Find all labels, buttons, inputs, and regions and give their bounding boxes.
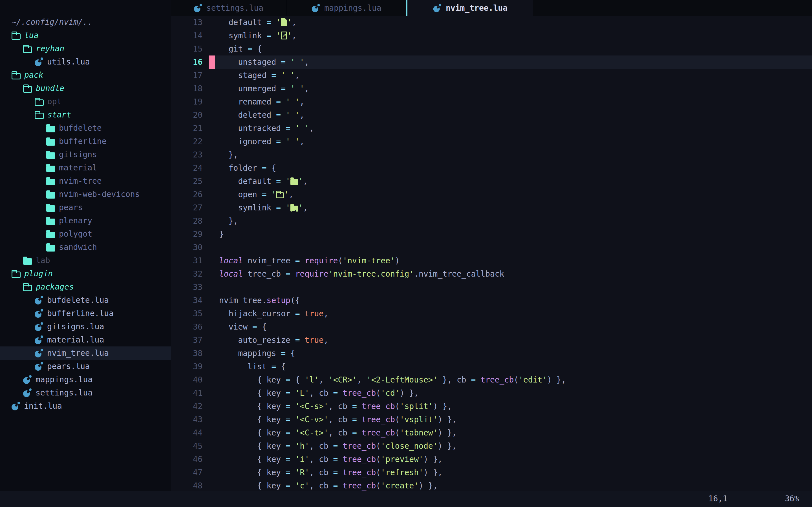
folder-icon [46, 192, 55, 199]
code-token: = [295, 309, 305, 318]
blank-icon [295, 63, 300, 66]
code-token: git [219, 44, 248, 54]
tree-item-plenary[interactable]: plenary [0, 214, 171, 227]
code-line[interactable]: 17 staged = '', [171, 69, 812, 82]
code-line[interactable]: 19 renamed = '', [171, 95, 812, 108]
code-token: 'vsplit' [400, 415, 438, 424]
code-line[interactable]: 38 mappings = { [171, 347, 812, 360]
tree-item-mappings.lua[interactable]: mappings.lua [0, 373, 171, 386]
code-line[interactable]: 15 git = { [171, 42, 812, 55]
code-line[interactable]: 34nvim_tree.setup({ [171, 294, 812, 307]
tree-item-bundle[interactable]: bundle [0, 82, 171, 95]
code-line[interactable]: 20 deleted = '', [171, 108, 812, 122]
code-line[interactable]: 28 }, [171, 214, 812, 228]
tree-item-label: init.lua [24, 401, 62, 411]
tree-item-bufferline[interactable]: bufferline [0, 135, 171, 148]
tree-item-pears.lua[interactable]: pears.lua [0, 360, 171, 373]
tree-item-label: material [59, 163, 97, 172]
code-line[interactable]: 36 view = { [171, 320, 812, 334]
tree-item-init.lua[interactable]: init.lua [0, 399, 171, 413]
code-line[interactable]: 22 ignored = '', [171, 135, 812, 148]
tree-item-material.lua[interactable]: material.lua [0, 333, 171, 346]
code-line[interactable]: 29} [171, 228, 812, 241]
lua-file-icon [194, 4, 202, 12]
tree-item-reyhan[interactable]: reyhan [0, 42, 171, 55]
tree-item-bufdelete.lua[interactable]: bufdelete.lua [0, 293, 171, 307]
line-number: 28 [171, 214, 202, 228]
code-text: view = { [219, 320, 267, 334]
code-line[interactable]: 21 untracked = '', [171, 122, 812, 135]
tree-item-packages[interactable]: packages [0, 280, 171, 293]
tree-item-nvim_tree.lua[interactable]: nvim_tree.lua [0, 346, 171, 360]
code-line[interactable]: 32local tree_cb = require'nvim-tree.conf… [171, 267, 812, 281]
tree-item-bufferline.lua[interactable]: bufferline.lua [0, 307, 171, 320]
tab-mappingslua[interactable]: mappings.lua [286, 0, 406, 16]
code-line[interactable]: 18 unmerged = '', [171, 82, 812, 95]
tree-item-label: nvim-web-devicons [59, 189, 140, 199]
tree-item-label: nvim_tree.lua [47, 348, 109, 358]
tree-item-gitsigns[interactable]: gitsigns [0, 148, 171, 161]
tree-item-pack[interactable]: pack [0, 68, 171, 82]
code-token: setup [267, 296, 290, 305]
code-token: ' [286, 97, 290, 107]
code-token: ' [284, 190, 289, 199]
tree-item-nvim-tree[interactable]: nvim-tree [0, 174, 171, 187]
tab-settingslua[interactable]: settings.lua [171, 0, 286, 16]
code-line[interactable]: 27 symlink = '', [171, 201, 812, 214]
code-line[interactable]: 46 { key = 'i', cb = tree_cb('preview') … [171, 453, 812, 466]
tree-item-utils.lua[interactable]: utils.lua [0, 55, 171, 68]
code-token: = [352, 428, 362, 438]
code-line[interactable]: 43 { key = '<C-v>', cb = tree_cb('vsplit… [171, 413, 812, 426]
sign-column [209, 108, 215, 122]
code-line[interactable]: 33 [171, 281, 812, 294]
tree-item-gitsigns.lua[interactable]: gitsigns.lua [0, 320, 171, 333]
blank-icon [286, 76, 290, 79]
code-line[interactable]: 14 symlink = '', [171, 29, 812, 42]
code-token: , [303, 177, 308, 186]
tree-item-lab[interactable]: lab [0, 254, 171, 267]
tab-nvim_treelua[interactable]: nvim_tree.lua [406, 0, 533, 16]
code-line[interactable]: 35 hijack_cursor = true, [171, 307, 812, 320]
code-line[interactable]: 47 { key = 'R', cb = tree_cb('refresh') … [171, 466, 812, 479]
code-token: { key [219, 402, 286, 411]
code-line[interactable]: 16 unstaged = '', [171, 55, 812, 69]
tree-item-polygot[interactable]: polygot [0, 227, 171, 240]
code-line[interactable]: 31local nvim_tree = require('nvim-tree') [171, 254, 812, 267]
line-number: 14 [171, 29, 202, 42]
code-line[interactable]: 13 default = '', [171, 16, 812, 29]
code-line[interactable]: 30 [171, 241, 812, 254]
code-line[interactable]: 41 { key = 'L', cb = tree_cb('cd') }, [171, 386, 812, 400]
code-token: = [352, 402, 362, 411]
code-line[interactable]: 42 { key = '<C-s>', cb = tree_cb('split'… [171, 400, 812, 413]
code-line[interactable]: 45 { key = 'h', cb = tree_cb('close_node… [171, 439, 812, 453]
tree-item-opt[interactable]: opt [0, 95, 171, 108]
tree-item-.confignvim..[interactable]: ~/.config/nvim/.. [0, 15, 171, 29]
code-token: ( [338, 256, 343, 265]
tree-item-start[interactable]: start [0, 108, 171, 121]
tree-item-nvim-web-devicons[interactable]: nvim-web-devicons [0, 187, 171, 201]
sign-column [209, 426, 215, 439]
tree-item-plugin[interactable]: plugin [0, 267, 171, 280]
tree-item-label: settings.lua [36, 388, 93, 397]
code-line[interactable]: 39 list = { [171, 360, 812, 373]
code-line[interactable]: 44 { key = '<C-t>', cb = tree_cb('tabnew… [171, 426, 812, 439]
code-token: tree_cb [362, 415, 395, 424]
sign-column [209, 241, 215, 254]
tree-item-settings.lua[interactable]: settings.lua [0, 386, 171, 399]
code-area[interactable]: 13 default = '',14 symlink = '',15 git =… [171, 16, 812, 491]
code-token: { [262, 322, 267, 332]
code-line[interactable]: 23 }, [171, 148, 812, 161]
tree-item-lua[interactable]: lua [0, 29, 171, 42]
code-line[interactable]: 40 { key = { 'l', '<CR>', '<2-LeftMouse>… [171, 373, 812, 386]
tree-item-bufdelete[interactable]: bufdelete [0, 121, 171, 135]
tree-item-sandwich[interactable]: sandwich [0, 240, 171, 254]
tree-item-material[interactable]: material [0, 161, 171, 174]
code-line[interactable]: 24 folder = { [171, 161, 812, 175]
code-token: 'L' [295, 388, 310, 398]
tree-item-pears[interactable]: pears [0, 201, 171, 214]
code-line[interactable]: 48 { key = 'c', cb = tree_cb('create') }… [171, 479, 812, 491]
code-line[interactable]: 25 default = '', [171, 175, 812, 188]
code-line[interactable]: 26 open = '', [171, 188, 812, 201]
code-line[interactable]: 37 auto_resize = true, [171, 334, 812, 347]
folder-open-icon [11, 33, 20, 40]
